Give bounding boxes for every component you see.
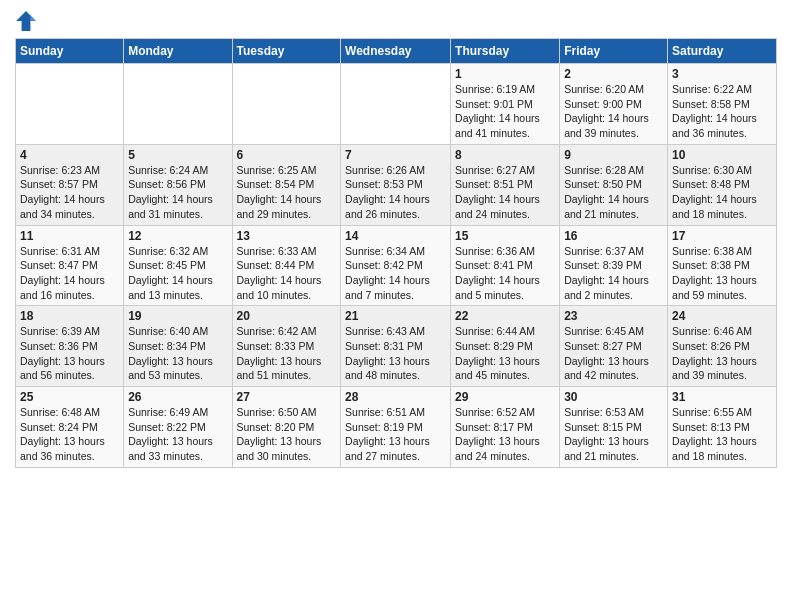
calendar-cell: 22Sunrise: 6:44 AM Sunset: 8:29 PM Dayli… (451, 306, 560, 387)
day-number: 27 (237, 390, 337, 404)
calendar-cell: 2Sunrise: 6:20 AM Sunset: 9:00 PM Daylig… (560, 64, 668, 145)
day-info: Sunrise: 6:45 AM Sunset: 8:27 PM Dayligh… (564, 324, 663, 383)
day-info: Sunrise: 6:36 AM Sunset: 8:41 PM Dayligh… (455, 244, 555, 303)
calendar-cell: 10Sunrise: 6:30 AM Sunset: 8:48 PM Dayli… (668, 144, 777, 225)
calendar-cell (124, 64, 232, 145)
day-number: 20 (237, 309, 337, 323)
day-number: 29 (455, 390, 555, 404)
calendar-cell: 28Sunrise: 6:51 AM Sunset: 8:19 PM Dayli… (341, 387, 451, 468)
day-number: 6 (237, 148, 337, 162)
calendar-cell: 11Sunrise: 6:31 AM Sunset: 8:47 PM Dayli… (16, 225, 124, 306)
calendar-cell (232, 64, 341, 145)
day-info: Sunrise: 6:19 AM Sunset: 9:01 PM Dayligh… (455, 82, 555, 141)
calendar-cell: 18Sunrise: 6:39 AM Sunset: 8:36 PM Dayli… (16, 306, 124, 387)
day-header-wednesday: Wednesday (341, 39, 451, 64)
day-info: Sunrise: 6:44 AM Sunset: 8:29 PM Dayligh… (455, 324, 555, 383)
calendar-cell: 6Sunrise: 6:25 AM Sunset: 8:54 PM Daylig… (232, 144, 341, 225)
day-info: Sunrise: 6:27 AM Sunset: 8:51 PM Dayligh… (455, 163, 555, 222)
calendar-cell: 29Sunrise: 6:52 AM Sunset: 8:17 PM Dayli… (451, 387, 560, 468)
day-info: Sunrise: 6:52 AM Sunset: 8:17 PM Dayligh… (455, 405, 555, 464)
day-info: Sunrise: 6:23 AM Sunset: 8:57 PM Dayligh… (20, 163, 119, 222)
calendar-table: SundayMondayTuesdayWednesdayThursdayFrid… (15, 38, 777, 468)
day-header-tuesday: Tuesday (232, 39, 341, 64)
day-number: 9 (564, 148, 663, 162)
day-number: 1 (455, 67, 555, 81)
calendar-week-5: 25Sunrise: 6:48 AM Sunset: 8:24 PM Dayli… (16, 387, 777, 468)
day-number: 18 (20, 309, 119, 323)
logo-icon (15, 10, 37, 32)
day-info: Sunrise: 6:34 AM Sunset: 8:42 PM Dayligh… (345, 244, 446, 303)
calendar-week-4: 18Sunrise: 6:39 AM Sunset: 8:36 PM Dayli… (16, 306, 777, 387)
day-number: 4 (20, 148, 119, 162)
day-number: 17 (672, 229, 772, 243)
calendar-cell: 5Sunrise: 6:24 AM Sunset: 8:56 PM Daylig… (124, 144, 232, 225)
day-number: 26 (128, 390, 227, 404)
calendar-cell: 14Sunrise: 6:34 AM Sunset: 8:42 PM Dayli… (341, 225, 451, 306)
day-info: Sunrise: 6:38 AM Sunset: 8:38 PM Dayligh… (672, 244, 772, 303)
day-info: Sunrise: 6:55 AM Sunset: 8:13 PM Dayligh… (672, 405, 772, 464)
calendar-cell: 25Sunrise: 6:48 AM Sunset: 8:24 PM Dayli… (16, 387, 124, 468)
day-info: Sunrise: 6:48 AM Sunset: 8:24 PM Dayligh… (20, 405, 119, 464)
calendar-cell: 20Sunrise: 6:42 AM Sunset: 8:33 PM Dayli… (232, 306, 341, 387)
day-info: Sunrise: 6:26 AM Sunset: 8:53 PM Dayligh… (345, 163, 446, 222)
day-number: 22 (455, 309, 555, 323)
calendar-cell: 16Sunrise: 6:37 AM Sunset: 8:39 PM Dayli… (560, 225, 668, 306)
calendar-cell: 15Sunrise: 6:36 AM Sunset: 8:41 PM Dayli… (451, 225, 560, 306)
day-info: Sunrise: 6:39 AM Sunset: 8:36 PM Dayligh… (20, 324, 119, 383)
calendar-cell: 7Sunrise: 6:26 AM Sunset: 8:53 PM Daylig… (341, 144, 451, 225)
day-info: Sunrise: 6:43 AM Sunset: 8:31 PM Dayligh… (345, 324, 446, 383)
calendar-cell: 4Sunrise: 6:23 AM Sunset: 8:57 PM Daylig… (16, 144, 124, 225)
day-header-friday: Friday (560, 39, 668, 64)
calendar-header-row: SundayMondayTuesdayWednesdayThursdayFrid… (16, 39, 777, 64)
day-number: 11 (20, 229, 119, 243)
day-number: 14 (345, 229, 446, 243)
day-info: Sunrise: 6:22 AM Sunset: 8:58 PM Dayligh… (672, 82, 772, 141)
calendar-cell: 3Sunrise: 6:22 AM Sunset: 8:58 PM Daylig… (668, 64, 777, 145)
day-info: Sunrise: 6:25 AM Sunset: 8:54 PM Dayligh… (237, 163, 337, 222)
day-number: 12 (128, 229, 227, 243)
day-number: 30 (564, 390, 663, 404)
calendar-cell: 13Sunrise: 6:33 AM Sunset: 8:44 PM Dayli… (232, 225, 341, 306)
calendar-cell: 27Sunrise: 6:50 AM Sunset: 8:20 PM Dayli… (232, 387, 341, 468)
day-info: Sunrise: 6:24 AM Sunset: 8:56 PM Dayligh… (128, 163, 227, 222)
calendar-cell: 17Sunrise: 6:38 AM Sunset: 8:38 PM Dayli… (668, 225, 777, 306)
day-info: Sunrise: 6:20 AM Sunset: 9:00 PM Dayligh… (564, 82, 663, 141)
calendar-cell: 26Sunrise: 6:49 AM Sunset: 8:22 PM Dayli… (124, 387, 232, 468)
day-info: Sunrise: 6:51 AM Sunset: 8:19 PM Dayligh… (345, 405, 446, 464)
calendar-cell: 9Sunrise: 6:28 AM Sunset: 8:50 PM Daylig… (560, 144, 668, 225)
day-number: 10 (672, 148, 772, 162)
day-header-sunday: Sunday (16, 39, 124, 64)
day-info: Sunrise: 6:46 AM Sunset: 8:26 PM Dayligh… (672, 324, 772, 383)
day-number: 25 (20, 390, 119, 404)
day-info: Sunrise: 6:31 AM Sunset: 8:47 PM Dayligh… (20, 244, 119, 303)
day-header-monday: Monday (124, 39, 232, 64)
day-number: 5 (128, 148, 227, 162)
day-info: Sunrise: 6:49 AM Sunset: 8:22 PM Dayligh… (128, 405, 227, 464)
day-info: Sunrise: 6:37 AM Sunset: 8:39 PM Dayligh… (564, 244, 663, 303)
day-info: Sunrise: 6:42 AM Sunset: 8:33 PM Dayligh… (237, 324, 337, 383)
day-number: 2 (564, 67, 663, 81)
day-info: Sunrise: 6:32 AM Sunset: 8:45 PM Dayligh… (128, 244, 227, 303)
day-number: 31 (672, 390, 772, 404)
calendar-cell: 30Sunrise: 6:53 AM Sunset: 8:15 PM Dayli… (560, 387, 668, 468)
calendar-week-3: 11Sunrise: 6:31 AM Sunset: 8:47 PM Dayli… (16, 225, 777, 306)
calendar-cell: 8Sunrise: 6:27 AM Sunset: 8:51 PM Daylig… (451, 144, 560, 225)
calendar-cell: 24Sunrise: 6:46 AM Sunset: 8:26 PM Dayli… (668, 306, 777, 387)
day-number: 23 (564, 309, 663, 323)
calendar-cell: 1Sunrise: 6:19 AM Sunset: 9:01 PM Daylig… (451, 64, 560, 145)
day-number: 19 (128, 309, 227, 323)
calendar-cell: 21Sunrise: 6:43 AM Sunset: 8:31 PM Dayli… (341, 306, 451, 387)
calendar-cell: 23Sunrise: 6:45 AM Sunset: 8:27 PM Dayli… (560, 306, 668, 387)
calendar-cell: 19Sunrise: 6:40 AM Sunset: 8:34 PM Dayli… (124, 306, 232, 387)
day-number: 21 (345, 309, 446, 323)
header-area (15, 10, 777, 32)
calendar-cell: 31Sunrise: 6:55 AM Sunset: 8:13 PM Dayli… (668, 387, 777, 468)
day-number: 8 (455, 148, 555, 162)
calendar-cell (341, 64, 451, 145)
page-container: SundayMondayTuesdayWednesdayThursdayFrid… (0, 0, 792, 473)
day-header-saturday: Saturday (668, 39, 777, 64)
day-number: 16 (564, 229, 663, 243)
day-header-thursday: Thursday (451, 39, 560, 64)
day-info: Sunrise: 6:53 AM Sunset: 8:15 PM Dayligh… (564, 405, 663, 464)
day-number: 24 (672, 309, 772, 323)
